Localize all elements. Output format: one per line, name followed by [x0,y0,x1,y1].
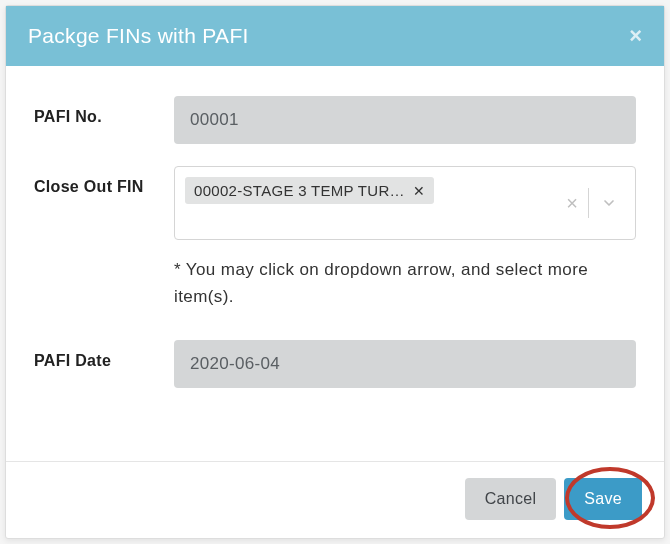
row-pafi-date: PAFI Date [34,340,636,388]
tag-remove-icon[interactable]: ✕ [413,184,425,198]
tag-label: 00002-STAGE 3 TEMP TUR… [194,182,405,199]
clear-all-icon[interactable]: × [556,193,588,213]
control-pafi-date [174,340,636,388]
control-close-out-fin: 00002-STAGE 3 TEMP TUR… ✕ × * You may cl… [174,166,636,310]
label-pafi-no: PAFI No. [34,96,174,126]
label-close-out-fin: Close Out FIN [34,166,174,196]
save-button[interactable]: Save [564,478,642,520]
select-controls: × [546,167,635,239]
modal-header: Packge FINs with PAFI × [6,6,664,66]
modal-body: PAFI No. Close Out FIN 00002-STAGE 3 TEM… [6,66,664,461]
close-out-fin-select[interactable]: 00002-STAGE 3 TEMP TUR… ✕ × [174,166,636,240]
row-pafi-no: PAFI No. [34,96,636,144]
row-close-out-fin: Close Out FIN 00002-STAGE 3 TEMP TUR… ✕ … [34,166,636,310]
modal-title: Packge FINs with PAFI [28,24,249,48]
chevron-down-icon[interactable] [589,195,625,211]
pafi-date-input[interactable] [174,340,636,388]
close-icon[interactable]: × [629,25,642,47]
label-pafi-date: PAFI Date [34,340,174,370]
selected-tags: 00002-STAGE 3 TEMP TUR… ✕ [175,167,546,239]
modal-footer: Cancel Save [6,461,664,538]
tag-item: 00002-STAGE 3 TEMP TUR… ✕ [185,177,434,204]
helper-text: * You may click on dropdown arrow, and s… [174,256,636,310]
cancel-button[interactable]: Cancel [465,478,557,520]
modal-dialog: Packge FINs with PAFI × PAFI No. Close O… [5,5,665,539]
pafi-no-input[interactable] [174,96,636,144]
control-pafi-no [174,96,636,144]
